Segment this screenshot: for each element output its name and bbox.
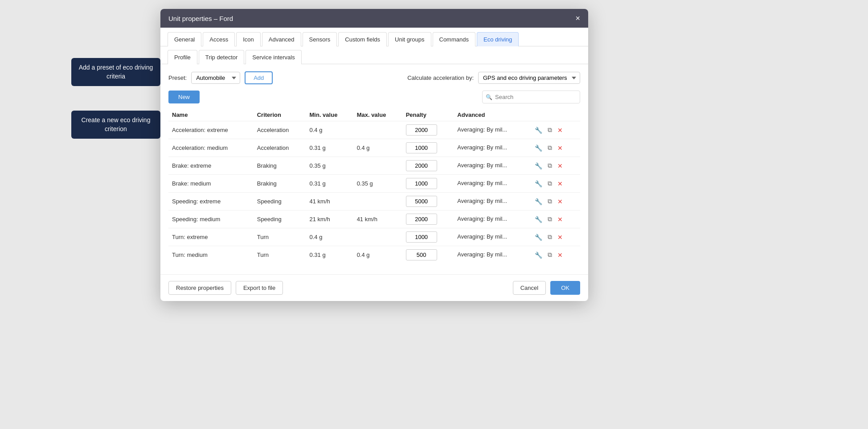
copy-icon[interactable]: ⧉ [547, 214, 553, 224]
tooltip-add-preset-text: Add a preset of eco driving criteria [79, 64, 153, 80]
cell-min-value: 0.35 g [306, 157, 353, 175]
cell-advanced: Averaging: By mil... [454, 246, 530, 264]
search-input[interactable] [482, 91, 580, 103]
copy-icon[interactable]: ⧉ [547, 197, 553, 206]
penalty-input[interactable] [406, 178, 437, 189]
cell-name: Acceleration: medium [168, 139, 254, 157]
tab-general[interactable]: General [168, 32, 201, 46]
edit-icon[interactable]: 🔧 [534, 215, 543, 224]
cell-advanced: Averaging: By mil... [454, 228, 530, 246]
calc-label: Calculate acceleration by: [407, 74, 474, 81]
delete-icon[interactable]: ✕ [557, 126, 564, 135]
preset-select[interactable]: Automobile Truck Motorcycle [191, 72, 240, 84]
advanced-text: Averaging: By mil... [457, 233, 507, 240]
cell-advanced: Averaging: By mil... [454, 210, 530, 228]
cell-penalty [402, 139, 454, 157]
table-row: Acceleration: medium Acceleration 0.31 g… [168, 139, 580, 157]
tooltip-add-preset: Add a preset of eco driving criteria [71, 58, 160, 86]
export-to-file-button[interactable]: Export to file [236, 281, 283, 295]
cell-name: Speeding: medium [168, 210, 254, 228]
cell-criterion: Acceleration [254, 139, 306, 157]
edit-icon[interactable]: 🔧 [534, 251, 543, 260]
advanced-text: Averaging: By mil... [457, 251, 507, 258]
edit-icon[interactable]: 🔧 [534, 126, 543, 135]
col-min-value: Min. value [306, 109, 353, 121]
edit-icon[interactable]: 🔧 [534, 197, 543, 206]
tab-custom-fields[interactable]: Custom fields [338, 32, 387, 46]
penalty-input[interactable] [406, 124, 437, 136]
action-row: New 🔍 [168, 91, 580, 103]
copy-icon[interactable]: ⧉ [547, 125, 553, 135]
table-body: Acceleration: extreme Acceleration 0.4 g… [168, 121, 580, 264]
col-advanced: Advanced [454, 109, 530, 121]
calc-select[interactable]: GPS and eco driving parameters GPS only … [478, 72, 580, 84]
tab-service-intervals[interactable]: Service intervals [246, 50, 301, 64]
copy-icon[interactable]: ⧉ [547, 232, 553, 242]
col-penalty: Penalty [402, 109, 454, 121]
tab-unit-groups[interactable]: Unit groups [388, 32, 431, 46]
tab-trip-detector[interactable]: Trip detector [199, 50, 245, 64]
cell-min-value: 0.4 g [306, 121, 353, 139]
delete-icon[interactable]: ✕ [557, 251, 564, 260]
cell-name: Brake: extreme [168, 157, 254, 175]
cell-actions: 🔧 ⧉ ✕ [530, 157, 580, 175]
cell-actions: 🔧 ⧉ ✕ [530, 139, 580, 157]
edit-icon[interactable]: 🔧 [534, 233, 543, 242]
copy-icon[interactable]: ⧉ [547, 143, 553, 153]
cell-criterion: Braking [254, 157, 306, 175]
advanced-text: Averaging: By mil... [457, 215, 507, 222]
criteria-table: Name Criterion Min. value Max. value Pen… [168, 109, 580, 264]
copy-icon[interactable]: ⧉ [547, 161, 553, 170]
cancel-button[interactable]: Cancel [513, 281, 546, 295]
cell-criterion: Speeding [254, 193, 306, 210]
cell-actions: 🔧 ⧉ ✕ [530, 210, 580, 228]
cell-max-value [353, 193, 402, 210]
penalty-input[interactable] [406, 142, 437, 153]
delete-icon[interactable]: ✕ [557, 215, 564, 224]
cell-advanced: Averaging: By mil... [454, 139, 530, 157]
tab-eco-driving[interactable]: Eco driving [477, 32, 519, 46]
col-actions [530, 109, 580, 121]
penalty-input[interactable] [406, 196, 437, 207]
tab-profile[interactable]: Profile [168, 50, 197, 64]
tooltip-new-criterion: Create a new eco driving criterion [71, 111, 160, 139]
delete-icon[interactable]: ✕ [557, 233, 564, 242]
penalty-input[interactable] [406, 231, 437, 243]
tab-icon[interactable]: Icon [236, 32, 261, 46]
tooltip-new-criterion-text: Create a new eco driving criterion [82, 116, 151, 132]
cell-name: Turn: medium [168, 246, 254, 264]
cell-min-value: 41 km/h [306, 193, 353, 210]
tab-commands[interactable]: Commands [433, 32, 475, 46]
copy-icon[interactable]: ⧉ [547, 250, 553, 260]
page-wrapper: Add a preset of eco driving criteria Cre… [0, 0, 868, 429]
restore-properties-button[interactable]: Restore properties [168, 281, 231, 295]
cell-criterion: Turn [254, 228, 306, 246]
edit-icon[interactable]: 🔧 [534, 179, 543, 188]
new-criterion-button[interactable]: New [168, 91, 200, 103]
ok-button[interactable]: OK [550, 281, 580, 295]
delete-icon[interactable]: ✕ [557, 197, 564, 206]
edit-icon[interactable]: 🔧 [534, 144, 543, 153]
cell-advanced: Averaging: By mil... [454, 193, 530, 210]
copy-icon[interactable]: ⧉ [547, 179, 553, 188]
tab-access[interactable]: Access [203, 32, 235, 46]
delete-icon[interactable]: ✕ [557, 161, 564, 170]
cell-advanced: Averaging: By mil... [454, 121, 530, 139]
add-preset-button[interactable]: Add [245, 71, 273, 84]
penalty-input[interactable] [406, 214, 437, 225]
tab-sensors[interactable]: Sensors [303, 32, 337, 46]
edit-icon[interactable]: 🔧 [534, 161, 543, 170]
advanced-text: Averaging: By mil... [457, 180, 507, 186]
delete-icon[interactable]: ✕ [557, 179, 564, 188]
dialog-footer: Restore properties Export to file Cancel… [160, 274, 588, 301]
unit-properties-dialog: Unit properties – Ford × General Access … [160, 9, 588, 301]
close-button[interactable]: × [575, 14, 580, 22]
cell-max-value: 0.4 g [353, 246, 402, 264]
cell-min-value: 0.31 g [306, 175, 353, 193]
delete-icon[interactable]: ✕ [557, 144, 564, 153]
tab-advanced[interactable]: Advanced [262, 32, 301, 46]
penalty-input[interactable] [406, 160, 437, 171]
penalty-input[interactable] [406, 249, 437, 260]
cell-criterion: Speeding [254, 210, 306, 228]
preset-right: Calculate acceleration by: GPS and eco d… [407, 72, 580, 84]
